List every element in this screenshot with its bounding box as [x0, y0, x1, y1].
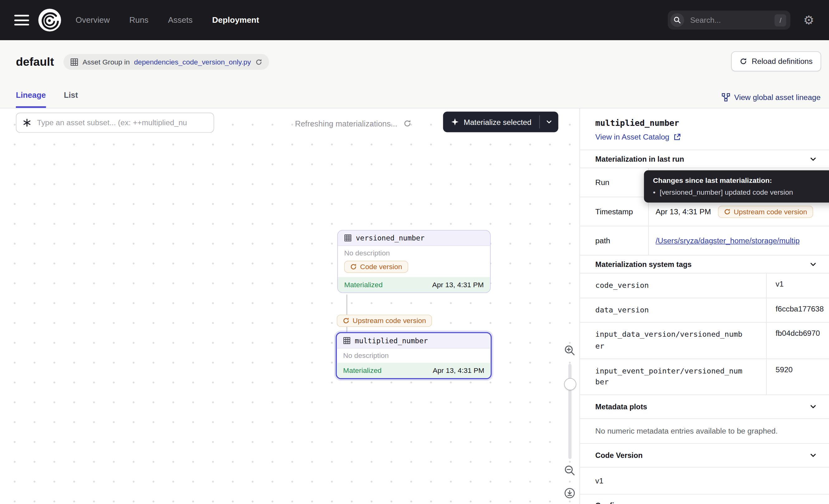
asset-grid-icon: [344, 234, 352, 242]
system-tag-row: input_data_version/versioned_number fb04…: [580, 323, 829, 359]
search-shortcut-key: /: [775, 14, 786, 26]
asset-node-description: No description: [337, 349, 491, 363]
asset-group-grid-icon: [70, 58, 78, 66]
materialize-selected-button[interactable]: Materialize selected: [443, 111, 558, 132]
view-tabs: Lineage List: [16, 90, 78, 108]
download-image-icon[interactable]: [564, 488, 575, 499]
asset-node-name: versioned_number: [356, 233, 425, 242]
external-link-icon: [674, 133, 681, 141]
tooltip-title: Changes since last materialization:: [653, 177, 829, 184]
code-version-icon: [724, 208, 731, 215]
sparkle-icon: [451, 118, 459, 126]
section-metadata-plots[interactable]: Metadata plots: [580, 395, 829, 419]
top-nav-bar: Overview Runs Assets Deployment / ⚙: [0, 0, 829, 40]
section-label: Code Version: [596, 451, 643, 460]
nav-item-assets[interactable]: Assets: [168, 15, 193, 25]
section-config[interactable]: Config: [580, 495, 829, 504]
tag-key: input_data_version/versioned_number: [580, 323, 766, 358]
chevron-down-icon: [810, 261, 816, 267]
tag-value: v1: [766, 274, 829, 298]
asset-subset-filter[interactable]: [16, 113, 214, 133]
search-input[interactable]: [689, 15, 775, 25]
asset-details-panel: multiplied_number View in Asset Catalog …: [580, 108, 829, 504]
reload-definitions-label: Reload definitions: [752, 57, 813, 65]
metadata-plots-empty-text: No numeric metadata entries available to…: [580, 419, 829, 444]
dagster-app: Overview Runs Assets Deployment / ⚙ defa…: [0, 0, 829, 504]
tooltip-item: [versioned_number] updated code version: [659, 188, 793, 196]
chevron-down-icon: [810, 452, 816, 459]
materialize-dropdown-caret[interactable]: [540, 111, 558, 132]
refreshing-label: Refreshing materializations...: [295, 119, 397, 128]
view-in-asset-catalog-link[interactable]: View in Asset Catalog: [596, 133, 681, 141]
changes-tooltip: Changes since last materialization: • [v…: [644, 170, 829, 203]
zoom-slider-handle[interactable]: [564, 378, 576, 390]
reload-group-icon[interactable]: [255, 59, 262, 65]
storage-path-link[interactable]: /Users/sryza/dagster_home/storage/multip: [655, 237, 799, 245]
page-header: default Asset Group in dependencies_code…: [0, 40, 829, 108]
row-label: path: [580, 226, 648, 255]
page-title: default: [16, 55, 54, 69]
global-search[interactable]: /: [668, 10, 791, 30]
code-version-tag: Code version: [344, 261, 408, 273]
system-tag-row: data_version f6ccba177638: [580, 298, 829, 323]
asset-node-multiplied-number[interactable]: multiplied_number No description Materia…: [336, 332, 492, 379]
tag-key: data_version: [580, 298, 766, 322]
materialized-status: Materialized: [344, 281, 383, 288]
section-label: Materialization in last run: [596, 155, 684, 163]
view-global-asset-lineage-label: View global asset lineage: [734, 93, 820, 102]
section-materialization-system-tags[interactable]: Materialization system tags: [580, 255, 829, 274]
settings-gear-icon[interactable]: ⚙: [803, 14, 814, 26]
nav-item-runs[interactable]: Runs: [129, 15, 148, 25]
asset-node-name: multiplied_number: [355, 336, 428, 345]
asset-subset-input[interactable]: [36, 118, 207, 128]
section-code-version[interactable]: Code Version: [580, 444, 829, 468]
last-run-row-path: path /Users/sryza/dagster_home/storage/m…: [580, 226, 829, 255]
timestamp-value: Apr 13, 4:31 PM: [655, 208, 711, 216]
row-label: Run: [580, 168, 648, 197]
nav-item-overview[interactable]: Overview: [76, 15, 110, 25]
hamburger-menu-icon[interactable]: [14, 15, 29, 26]
zoom-out-icon[interactable]: [564, 465, 575, 476]
tab-list[interactable]: List: [64, 90, 78, 108]
dagster-logo-icon[interactable]: [38, 8, 61, 32]
view-global-asset-lineage-link[interactable]: View global asset lineage: [722, 93, 821, 102]
reload-icon: [740, 58, 747, 65]
lineage-canvas[interactable]: Refreshing materializations... Materiali…: [0, 108, 580, 504]
materialized-status: Materialized: [343, 367, 382, 374]
asset-node-description: No description: [338, 246, 490, 260]
lineage-edge: [346, 295, 347, 333]
reload-definitions-button[interactable]: Reload definitions: [731, 51, 821, 72]
materialize-selected-label: Materialize selected: [464, 118, 532, 126]
tag-value: fb04dcb6970: [766, 323, 829, 358]
materialized-timestamp: Apr 13, 4:31 PM: [432, 281, 484, 288]
section-label: Metadata plots: [596, 402, 647, 411]
code-version-tag-label: Code version: [360, 263, 402, 271]
code-version-icon: [350, 263, 357, 270]
search-icon: [671, 13, 684, 27]
section-materialization-in-last-run[interactable]: Materialization in last run: [580, 149, 829, 168]
panel-asset-title: multiplied_number: [596, 118, 829, 128]
chevron-down-icon: [810, 404, 816, 410]
row-label: Timestamp: [580, 197, 648, 226]
refresh-icon[interactable]: [404, 120, 411, 128]
definitions-file-link[interactable]: dependencies_code_version_only.py: [134, 58, 251, 66]
edge-tag-label: Upstream code version: [353, 317, 426, 325]
asset-node-versioned-number[interactable]: versioned_number No description Code ver…: [337, 230, 491, 293]
zoom-in-icon[interactable]: [564, 345, 575, 356]
lineage-graph-icon: [722, 93, 730, 102]
code-version-value: v1: [580, 468, 829, 495]
asset-grid-icon: [343, 337, 351, 344]
tab-lineage[interactable]: Lineage: [16, 90, 46, 108]
view-in-asset-catalog-label: View in Asset Catalog: [596, 133, 670, 141]
nav-item-deployment[interactable]: Deployment: [212, 15, 259, 25]
refreshing-status: Refreshing materializations...: [295, 119, 411, 128]
edge-upstream-code-version-tag: Upstream code version: [337, 315, 432, 327]
asset-group-badge: Asset Group in dependencies_code_version…: [64, 54, 269, 70]
tag-key: input_event_pointer/versioned_number: [580, 359, 766, 394]
upstream-code-version-label: Upstream code version: [734, 208, 807, 215]
primary-nav: Overview Runs Assets Deployment: [76, 15, 259, 25]
tag-value: f6ccba177638: [766, 298, 829, 322]
section-label: Materialization system tags: [596, 260, 692, 268]
system-tag-row: input_event_pointer/versioned_number 592…: [580, 359, 829, 395]
tooltip-bullet: •: [653, 188, 655, 196]
